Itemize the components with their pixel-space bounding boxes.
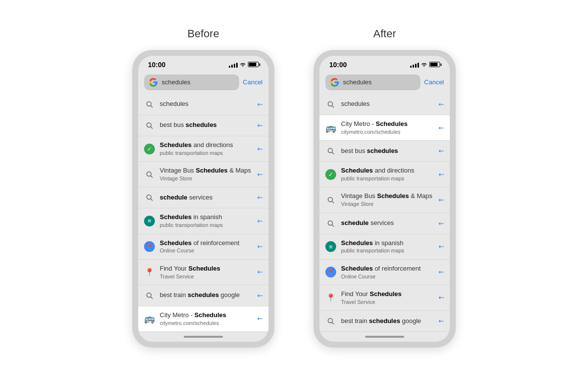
before-result-find-title: Find Your Schedules	[160, 265, 252, 273]
after-result-directions-text: Schedules and directions public transpor…	[341, 167, 433, 182]
after-teal-circle-icon: ≡	[325, 241, 336, 252]
after-result-vintage[interactable]: Vintage Bus Schedules & Maps Vintage Sto…	[319, 187, 450, 213]
svg-line-15	[332, 201, 334, 203]
after-results-list: schedules ↗ 🚌 City Metro - Schedules cit…	[319, 94, 450, 332]
search-icon-2	[144, 120, 155, 131]
after-arrow-1: ↗	[436, 100, 446, 109]
after-arrow-8: ↗	[436, 293, 446, 303]
after-search-input[interactable]: schedules	[343, 78, 416, 86]
svg-line-11	[332, 105, 334, 107]
after-search-bar[interactable]: schedules	[325, 75, 420, 90]
before-result-directions-subtitle: public transportation maps	[160, 150, 252, 156]
after-result-schedule-services[interactable]: schedule services ↗	[319, 213, 450, 234]
before-result-reinforcement-subtitle: Online Course	[160, 247, 252, 254]
before-result-reinforcement-text: Schedules of reinforcement Online Course	[160, 239, 252, 254]
after-result-find-title: Find Your Schedules	[341, 290, 433, 299]
svg-line-3	[151, 126, 153, 128]
after-result-find-subtitle: Travel Service	[341, 299, 433, 305]
after-phone-frame: 10:00	[314, 50, 456, 348]
search-icon-1	[144, 99, 155, 110]
before-result-train[interactable]: best train schedules google ↗	[138, 285, 269, 306]
after-blue-circle-icon: 📍	[325, 267, 336, 277]
after-result-best-bus[interactable]: best bus schedules ↗	[319, 141, 450, 162]
before-result-schedules-title: schedules	[160, 100, 252, 108]
before-result-spanish-title: Schedules in spanish	[160, 213, 252, 222]
before-signal-icon	[229, 62, 238, 68]
before-arrow-1: ↗	[255, 100, 265, 109]
after-result-spanish-title: Schedules in spanish	[341, 239, 433, 248]
green-circle-icon-1: ✓	[144, 144, 155, 154]
before-phone-frame: 10:00	[132, 50, 274, 348]
before-home-indicator	[138, 332, 269, 342]
before-arrow-8: ↗	[255, 267, 265, 277]
before-result-services-text: schedule services	[160, 194, 252, 202]
before-result-schedules[interactable]: schedules ↗	[138, 94, 269, 115]
pin-red-icon-1: 📍	[144, 267, 155, 277]
after-search-area: schedules Cancel	[319, 72, 450, 94]
after-result-spanish[interactable]: ≡ Schedules in spanish public transporta…	[319, 234, 450, 260]
after-result-city-metro-text: City Metro - Schedules citymetro.com/sch…	[341, 120, 433, 135]
after-status-bar: 10:00	[319, 56, 450, 72]
after-result-services-text: schedule services	[341, 219, 433, 227]
before-result-vintage-title: Vintage Bus Schedules & Maps	[160, 167, 252, 175]
after-result-reinforcement-text: Schedules of reinforcement Online Course	[341, 265, 433, 280]
before-arrow-5: ↗	[255, 193, 265, 202]
before-search-input[interactable]: schedules	[162, 78, 234, 86]
after-arrow-9: ↗	[436, 316, 446, 326]
after-result-vintage-title: Vintage Bus Schedules & Maps	[341, 192, 433, 200]
before-result-best-bus[interactable]: best bus schedules ↗	[138, 115, 269, 136]
before-result-directions-text: Schedules and directions public transpor…	[160, 141, 252, 156]
before-result-vintage[interactable]: Vintage Bus Schedules & Maps Vintage Sto…	[138, 162, 269, 187]
before-arrow-9: ↗	[255, 291, 265, 300]
before-result-best-bus-title: best bus schedules	[160, 121, 252, 129]
before-cancel-button[interactable]: Cancel	[243, 78, 263, 86]
after-phone-inner: 10:00	[319, 56, 450, 342]
bus-icon-after: 🚌	[325, 123, 336, 133]
after-result-city-metro-subtitle: citymetro.com/schedules	[341, 128, 433, 135]
after-arrow-metro: ↗	[436, 123, 446, 133]
after-cancel-button[interactable]: Cancel	[424, 78, 444, 86]
after-pin-red-icon: 📍	[325, 292, 336, 303]
after-wifi-icon	[421, 62, 427, 68]
before-result-find-text: Find Your Schedules Travel Service	[160, 265, 252, 280]
bus-icon-before: 🚌	[144, 313, 155, 324]
after-result-vintage-subtitle: Vintage Store	[341, 200, 433, 207]
before-status-bar: 10:00	[138, 56, 269, 72]
after-result-reinforcement-subtitle: Online Course	[341, 273, 433, 280]
before-result-vintage-text: Vintage Bus Schedules & Maps Vintage Sto…	[160, 167, 252, 182]
after-result-schedules-directions[interactable]: ✓ Schedules and directions public transp…	[319, 162, 450, 187]
before-result-spanish-text: Schedules in spanish public transportati…	[160, 213, 252, 228]
after-result-train[interactable]: best train schedules google ↗	[319, 311, 450, 332]
before-result-city-metro-title: City Metro - Schedules	[160, 311, 252, 320]
after-home-bar	[365, 336, 404, 338]
after-battery-icon	[429, 62, 440, 67]
before-wifi-icon	[240, 62, 246, 68]
before-search-bar[interactable]: schedules	[144, 75, 239, 90]
before-result-spanish[interactable]: ≡ Schedules in spanish public transporta…	[138, 208, 269, 234]
before-result-city-metro[interactable]: 🚌 City Metro - Schedules citymetro.com/s…	[138, 306, 269, 332]
before-battery-icon	[248, 62, 259, 67]
before-result-schedule-services[interactable]: schedule services ↗	[138, 187, 269, 208]
after-result-schedules-text: schedules	[341, 100, 433, 108]
before-result-find[interactable]: 📍 Find Your Schedules Travel Service ↗	[138, 260, 269, 285]
after-result-find[interactable]: 📍 Find Your Schedules Travel Service ↗	[319, 285, 450, 311]
after-result-find-text: Find Your Schedules Travel Service	[341, 290, 433, 305]
after-result-services-title: schedule services	[341, 219, 433, 227]
before-result-city-metro-subtitle: citymetro.com/schedules	[160, 320, 252, 326]
svg-line-19	[332, 323, 334, 325]
before-result-reinforcement[interactable]: 📍 Schedules of reinforcement Online Cour…	[138, 234, 269, 260]
after-status-icons	[410, 62, 440, 68]
before-result-directions-title: Schedules and directions	[160, 141, 252, 150]
before-label: Before	[188, 27, 220, 40]
search-icon-5	[144, 290, 155, 301]
after-result-train-text: best train schedules google	[341, 317, 433, 325]
after-arrow-4: ↗	[436, 195, 446, 205]
after-result-schedules[interactable]: schedules ↗	[319, 94, 450, 115]
after-label: After	[373, 27, 396, 40]
before-result-schedules-directions[interactable]: ✓ Schedules and directions public transp…	[138, 136, 269, 162]
after-search-icon-2	[325, 146, 336, 156]
after-result-city-metro[interactable]: 🚌 City Metro - Schedules citymetro.com/s…	[319, 115, 450, 141]
after-result-directions-subtitle: public transportation maps	[341, 175, 433, 182]
after-result-reinforcement[interactable]: 📍 Schedules of reinforcement Online Cour…	[319, 260, 450, 285]
after-result-spanish-subtitle: public transportation maps	[341, 247, 433, 254]
